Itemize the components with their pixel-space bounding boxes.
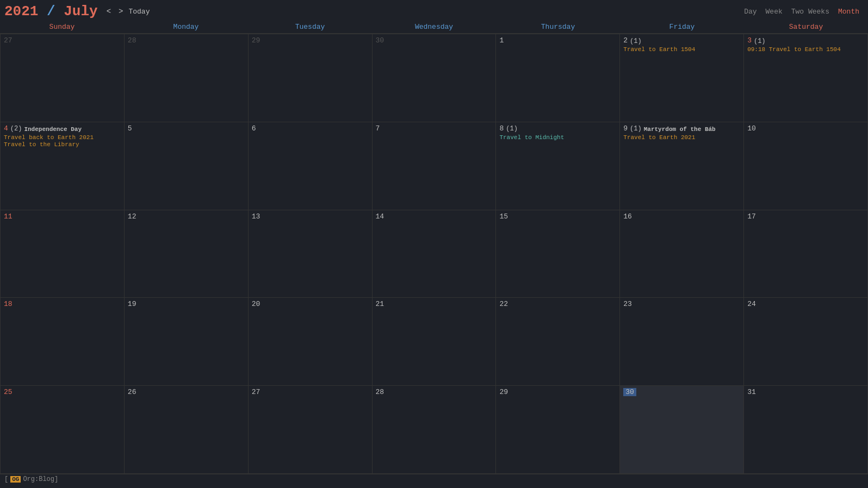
week-view-button[interactable]: Week: [766, 8, 783, 16]
cell-jul9[interactable]: 9 (1) Martyrdom of the Báb Travel to Ear…: [620, 122, 744, 210]
nav-controls: < > Today: [104, 7, 150, 16]
cell-jul12[interactable]: 12: [125, 210, 249, 298]
day-num: 30: [376, 36, 493, 45]
cell-jul8[interactable]: 8 (1) Travel to Midnight: [496, 122, 620, 210]
event-travel-earth2021-fri[interactable]: Travel to Earth 2021: [623, 134, 740, 141]
day-num: 26: [128, 388, 245, 396]
month-label: July: [64, 3, 97, 20]
cell-jul22[interactable]: 22: [496, 298, 620, 386]
day-num: 20: [252, 300, 369, 308]
cell-jul23[interactable]: 23: [620, 298, 744, 386]
event-travel-earth-1504-sat[interactable]: 09:18 Travel to Earth 1504: [747, 46, 864, 53]
cell-jul20[interactable]: 20: [249, 298, 373, 386]
today-button[interactable]: Today: [128, 8, 150, 16]
wednesday-header: Wednesday: [372, 21, 496, 33]
calendar-grid: 27 28 29 30 1 2 (1) Travel to Earth 1504…: [0, 34, 868, 474]
cell-jul15[interactable]: 15: [496, 210, 620, 298]
day-num: 21: [376, 300, 493, 308]
cell-jul4[interactable]: 4 (2) Independence Day Travel back to Ea…: [1, 122, 125, 210]
day-num: 6: [252, 124, 369, 133]
friday-header: Friday: [620, 21, 744, 33]
cell-jul30-today[interactable]: 30: [620, 386, 744, 474]
cell-jul27b[interactable]: 27: [249, 386, 373, 474]
cell-jul25[interactable]: 25: [1, 386, 125, 474]
day-num: 29: [252, 36, 369, 45]
event-travel-midnight[interactable]: Travel to Midnight: [499, 134, 616, 141]
day-num: 7: [376, 124, 493, 133]
day-num: 29: [499, 388, 616, 396]
sunday-header: Sunday: [0, 21, 124, 33]
cell-jul18[interactable]: 18: [1, 298, 125, 386]
day-num: 25: [4, 388, 121, 396]
cell-jul6[interactable]: 6: [249, 122, 373, 210]
event-travel-earth-1504-fri[interactable]: Travel to Earth 1504: [623, 46, 740, 53]
year-label: 2021: [4, 3, 38, 20]
cell-jul14[interactable]: 14: [373, 210, 497, 298]
day-num: 14: [376, 212, 493, 221]
independence-day-label: Independence Day: [24, 126, 82, 133]
day-num: 19: [128, 300, 245, 308]
tuesday-header: Tuesday: [248, 21, 372, 33]
cell-jul3[interactable]: 3 (1) 09:18 Travel to Earth 1504: [744, 34, 868, 122]
saturday-header: Saturday: [744, 21, 868, 33]
day-headers-row: Sunday Monday Tuesday Wednesday Thursday…: [0, 21, 868, 34]
cell-jul31[interactable]: 31: [744, 386, 868, 474]
status-bar: [ OG Org:Blog]: [0, 474, 868, 484]
cell-jul16[interactable]: 16: [620, 210, 744, 298]
cell-jul10[interactable]: 10: [744, 122, 868, 210]
day-num: 31: [747, 388, 864, 396]
day-num: 2 (1): [623, 36, 740, 46]
day-num: 13: [252, 212, 369, 221]
cell-jul11[interactable]: 11: [1, 210, 125, 298]
event-travel-library[interactable]: Travel to the Library: [4, 141, 121, 148]
cell-jun29[interactable]: 29: [249, 34, 373, 122]
cell-jul1[interactable]: 1: [496, 34, 620, 122]
cell-jun27[interactable]: 27: [1, 34, 125, 122]
day-num: 17: [747, 212, 864, 221]
calendar-title: 2021 / July: [4, 3, 98, 20]
day-num: 28: [128, 36, 245, 45]
cell-jul28[interactable]: 28: [373, 386, 497, 474]
cell-jun30[interactable]: 30: [373, 34, 497, 122]
cell-jul21[interactable]: 21: [373, 298, 497, 386]
status-bracket-open: [: [4, 476, 8, 483]
day-view-button[interactable]: Day: [744, 8, 757, 16]
cell-jul29[interactable]: 29: [496, 386, 620, 474]
day-num: 28: [376, 388, 493, 396]
day-num: 12: [128, 212, 245, 221]
day-num: 16: [623, 212, 740, 221]
slash-label: /: [38, 3, 64, 20]
day-num: 23: [623, 300, 740, 308]
day-num: 8 (1): [499, 124, 616, 134]
day-num: 3 (1): [747, 36, 864, 46]
cell-jul24[interactable]: 24: [744, 298, 868, 386]
day-num: 15: [499, 212, 616, 221]
day-num: 24: [747, 300, 864, 308]
today-day-num: 30: [623, 388, 636, 396]
martyrdom-label: Martyrdom of the Báb: [644, 126, 716, 133]
cell-jul26[interactable]: 26: [125, 386, 249, 474]
thursday-header: Thursday: [496, 21, 620, 33]
day-num: 27: [4, 36, 121, 45]
status-tag: OG: [10, 476, 21, 483]
cell-jul7[interactable]: 7: [373, 122, 497, 210]
status-text: Org:Blog]: [23, 476, 58, 483]
cell-jul5[interactable]: 5: [125, 122, 249, 210]
next-button[interactable]: >: [116, 7, 125, 16]
cell-jul13[interactable]: 13: [249, 210, 373, 298]
two-weeks-view-button[interactable]: Two Weeks: [791, 8, 829, 16]
day-num: 27: [252, 388, 369, 396]
day-num: 4 (2) Independence Day: [4, 124, 121, 134]
cell-jul17[interactable]: 17: [744, 210, 868, 298]
view-selector: Day Week Two Weeks Month: [744, 8, 864, 16]
cell-jun28[interactable]: 28: [125, 34, 249, 122]
cell-jul2[interactable]: 2 (1) Travel to Earth 1504: [620, 34, 744, 122]
day-num: 22: [499, 300, 616, 308]
event-travel-back-earth2021[interactable]: Travel back to Earth 2021: [4, 134, 121, 141]
month-view-button[interactable]: Month: [838, 8, 859, 16]
cell-jul19[interactable]: 19: [125, 298, 249, 386]
day-num: 11: [4, 212, 121, 221]
day-num: 9 (1) Martyrdom of the Báb: [623, 124, 740, 134]
day-num: 5: [128, 124, 245, 133]
prev-button[interactable]: <: [104, 7, 113, 16]
